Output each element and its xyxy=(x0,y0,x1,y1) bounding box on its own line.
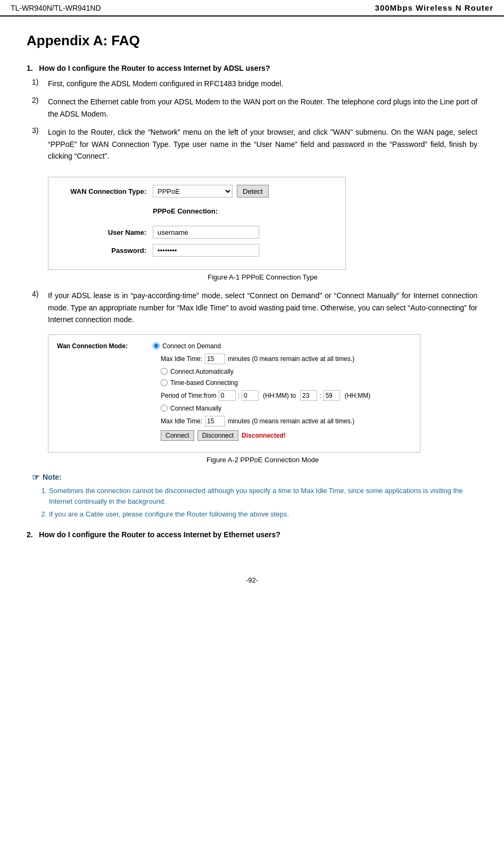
note-label: Note: xyxy=(43,473,62,481)
step2-text: Connect the Ethernet cable from your ADS… xyxy=(48,96,477,120)
period-hhmm2: (HH:MM) xyxy=(344,392,370,399)
radio-connect-auto[interactable] xyxy=(161,368,168,375)
product-label: 300Mbps Wireless N Router xyxy=(375,3,493,12)
note-section: ☞ Note: Sometimes the connection cannot … xyxy=(32,472,477,520)
period-from-h[interactable] xyxy=(219,390,236,401)
radio-connect-manually[interactable] xyxy=(161,405,168,412)
period-row: Period of Time:from : (HH:MM) to : (HH:M… xyxy=(161,390,411,401)
period-hhmm1: (HH:MM) to xyxy=(263,392,296,399)
connect-button[interactable]: Connect xyxy=(161,430,194,441)
section2-heading: How do I configure the Router to access … xyxy=(39,530,280,539)
section1-num: 1. xyxy=(27,64,33,72)
section1-heading: How do I configure the Router to access … xyxy=(39,64,270,72)
main-list: 1. How do I configure the Router to acce… xyxy=(27,64,477,539)
sub-list-2: 4) If your ADSL lease is in “pay-accordi… xyxy=(27,290,477,325)
step-2: 2) Connect the Ethernet cable from your … xyxy=(32,96,477,120)
step-3: 3) Login to the Router, click the “Netwo… xyxy=(32,126,477,162)
disconnected-text: Disconnected! xyxy=(242,432,286,439)
max-idle-input1[interactable] xyxy=(205,354,225,364)
figure2-caption: Figure A-2 PPPoE Connection Mode xyxy=(48,456,477,464)
period-from-m[interactable] xyxy=(242,390,259,401)
wan-type-row: WAN Connection Type: PPPoE Detect xyxy=(57,185,337,198)
step4-num: 4) xyxy=(32,290,48,298)
username-input[interactable] xyxy=(153,226,259,239)
step1-num: 1) xyxy=(32,78,48,86)
page-title: Appendix A: FAQ xyxy=(27,32,477,49)
step2-num: 2) xyxy=(32,96,48,104)
main-content: Appendix A: FAQ 1. How do I configure th… xyxy=(0,17,504,565)
password-label: Password: xyxy=(57,247,153,255)
fig2-max-idle-row1: Max Idle Time: minutes (0 means remain a… xyxy=(161,354,411,364)
note-list: Sometimes the connection cannot be disco… xyxy=(32,486,477,520)
step4-text: If your ADSL lease is in “pay-according-… xyxy=(48,290,477,325)
detect-button[interactable]: Detect xyxy=(237,185,269,198)
fig2-auto-row: Connect Automatically xyxy=(161,368,411,375)
note-icon: ☞ xyxy=(32,472,39,482)
step3-text: Login to the Router, click the “Network”… xyxy=(48,126,477,162)
password-input[interactable] xyxy=(153,244,259,257)
note-item-2: If you are a Cable user, please configur… xyxy=(49,509,477,520)
note-header: ☞ Note: xyxy=(32,472,477,482)
step1-text: First, configure the ADSL Modem configur… xyxy=(48,78,477,89)
wan-type-label: WAN Connection Type: xyxy=(57,187,153,195)
page-number: -92- xyxy=(246,576,258,584)
wan-type-select[interactable]: PPPoE xyxy=(153,185,233,198)
step-1: 1) First, configure the ADSL Modem confi… xyxy=(32,78,477,89)
section2-title: 2. How do I configure the Router to acce… xyxy=(27,530,477,539)
fig2-max-idle-label2: Max Idle Time: xyxy=(161,417,202,425)
note-item-1: Sometimes the connection cannot be disco… xyxy=(49,486,477,507)
fig2-time-based-row: Time-based Connecting xyxy=(161,379,411,387)
pppoe-label-row: PPPoE Connection: xyxy=(57,205,337,220)
radio-time-based[interactable] xyxy=(161,379,168,386)
page-header: TL-WR940N/TL-WR941ND 300Mbps Wireless N … xyxy=(0,0,504,17)
period-to-h[interactable] xyxy=(300,390,317,401)
connect-auto-label: Connect Automatically xyxy=(170,368,234,375)
sub-list-1: 1) First, configure the ADSL Modem confi… xyxy=(27,78,477,162)
section2-num: 2. xyxy=(27,530,33,539)
section-2: 2. How do I configure the Router to acce… xyxy=(27,530,477,539)
period-label: Period of Time:from xyxy=(161,392,217,399)
radio-connect-on-demand[interactable] xyxy=(153,342,160,349)
fig2-max-idle-row2: Max Idle Time: minutes (0 means remain a… xyxy=(161,416,411,426)
time-based-label: Time-based Connecting xyxy=(170,379,238,387)
fig2-mode-row: Wan Connection Mode: Connect on Demand xyxy=(57,342,411,350)
connect-on-demand-label: Connect on Demand xyxy=(162,342,221,350)
step-4: 4) If your ADSL lease is in “pay-accordi… xyxy=(32,290,477,325)
fig2-minutes-note1: minutes (0 means remain active at all ti… xyxy=(228,355,354,363)
page-footer: -92- xyxy=(0,565,504,595)
fig2-minutes-note2: minutes (0 means remain active at all ti… xyxy=(228,417,354,425)
fig2-buttons-row: Connect Disconnect Disconnected! xyxy=(161,430,411,441)
fig2-mode-label: Wan Connection Mode: xyxy=(57,342,153,350)
disconnect-button[interactable]: Disconnect xyxy=(197,430,238,441)
model-label: TL-WR940N/TL-WR941ND xyxy=(11,4,101,12)
username-row: User Name: xyxy=(57,226,337,239)
step3-num: 3) xyxy=(32,126,48,135)
figure1-box: WAN Connection Type: PPPoE Detect PPPoE … xyxy=(48,177,346,270)
period-to-m[interactable] xyxy=(323,390,340,401)
fig2-max-idle-label1: Max Idle Time: xyxy=(161,355,202,363)
username-label: User Name: xyxy=(57,228,153,236)
connect-manually-label: Connect Manually xyxy=(170,405,221,412)
pppoe-connection-label: PPPoE Connection: xyxy=(153,207,218,215)
figure2-box: Wan Connection Mode: Connect on Demand M… xyxy=(48,334,420,453)
section1-title: 1. How do I configure the Router to acce… xyxy=(27,64,477,72)
figure1-caption: Figure A-1 PPPoE Connection Type xyxy=(48,273,477,281)
section-1: 1. How do I configure the Router to acce… xyxy=(27,64,477,520)
max-idle-input2[interactable] xyxy=(205,416,225,426)
fig2-manual-row: Connect Manually xyxy=(161,405,411,412)
password-row: Password: xyxy=(57,244,337,257)
